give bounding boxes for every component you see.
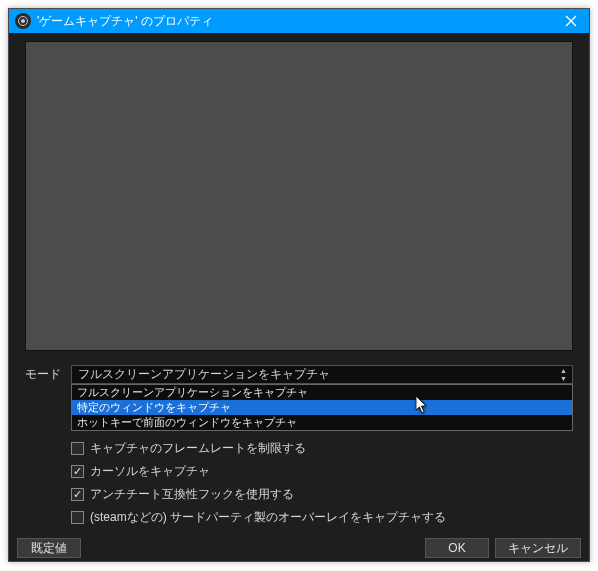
obs-icon — [15, 13, 31, 29]
mode-label: モード — [25, 366, 61, 383]
ok-button[interactable]: OK — [425, 538, 489, 558]
defaults-button[interactable]: 既定値 — [17, 538, 81, 558]
mode-dropdown: フルスクリーンアプリケーションをキャプチャ 特定のウィンドウをキャプチャ ホット… — [71, 384, 573, 431]
check-capture-cursor[interactable]: カーソルをキャプチャ — [71, 463, 573, 480]
checkbox-icon — [71, 488, 84, 501]
check-thirdparty-overlay[interactable]: (steamなどの) サードパーティ製のオーバーレイをキャプチャする — [71, 509, 573, 526]
check-label: キャプチャのフレームレートを制限する — [90, 440, 306, 457]
check-anticheat-hook[interactable]: アンチチート互換性フックを使用する — [71, 486, 573, 503]
close-button[interactable] — [559, 9, 583, 33]
mode-combo-wrap: フルスクリーンアプリケーションをキャプチャ ▲▼ フルスクリーンアプリケーション… — [71, 365, 573, 384]
mode-option-1[interactable]: 特定のウィンドウをキャプチャ — [72, 400, 572, 415]
updown-icon: ▲▼ — [560, 367, 568, 382]
check-limit-fps[interactable]: キャプチャのフレームレートを制限する — [71, 440, 573, 457]
close-icon — [565, 15, 577, 27]
mode-option-2[interactable]: ホットキーで前面のウィンドウをキャプチャ — [72, 415, 572, 430]
properties-dialog: 'ゲームキャプチャ' のプロパティ モード フルスクリーンアプリケーションをキャ… — [8, 8, 590, 562]
mode-option-0[interactable]: フルスクリーンアプリケーションをキャプチャ — [72, 385, 572, 400]
mode-row: モード フルスクリーンアプリケーションをキャプチャ ▲▼ フルスクリーンアプリケ… — [25, 365, 573, 384]
titlebar: 'ゲームキャプチャ' のプロパティ — [9, 9, 589, 33]
checkbox-icon — [71, 511, 84, 524]
mode-combo[interactable]: フルスクリーンアプリケーションをキャプチャ ▲▼ — [71, 365, 573, 384]
checkbox-icon — [71, 465, 84, 478]
check-label: (steamなどの) サードパーティ製のオーバーレイをキャプチャする — [90, 509, 446, 526]
capture-preview — [25, 41, 573, 351]
checkbox-icon — [71, 442, 84, 455]
dialog-content: モード フルスクリーンアプリケーションをキャプチャ ▲▼ フルスクリーンアプリケ… — [9, 33, 589, 532]
check-label: カーソルをキャプチャ — [90, 463, 210, 480]
checkbox-group: キャプチャのフレームレートを制限する カーソルをキャプチャ アンチチート互換性フ… — [71, 440, 573, 526]
mode-combo-value: フルスクリーンアプリケーションをキャプチャ — [78, 366, 330, 383]
window-title: 'ゲームキャプチャ' のプロパティ — [37, 13, 559, 30]
check-label: アンチチート互換性フックを使用する — [90, 486, 294, 503]
cancel-button[interactable]: キャンセル — [495, 538, 581, 558]
dialog-footer: 既定値 OK キャンセル — [9, 532, 589, 566]
